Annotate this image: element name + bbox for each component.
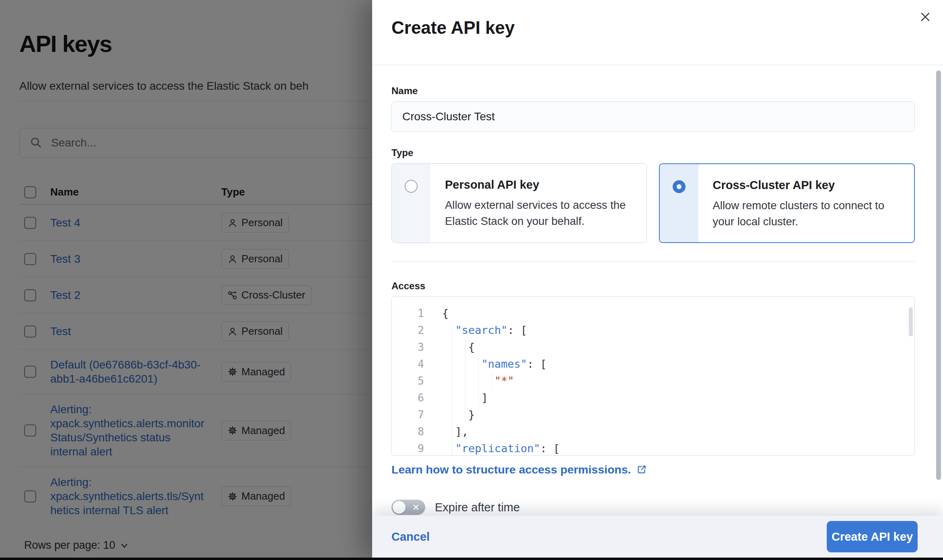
card-content: Cross-Cluster API key Allow remote clust… [698,164,914,242]
radio-button[interactable] [673,180,686,193]
cancel-button[interactable]: Cancel [391,530,430,544]
card-description: Allow remote clusters to connect to your… [713,198,903,230]
expire-toggle-thumb [393,501,406,514]
code-line: 6 ] [392,389,914,406]
code-line: 7 } [392,406,914,423]
line-number: 9 [392,440,424,456]
type-options: Personal API key Allow external services… [391,163,915,243]
flyout-body: Name Type Personal API key Allow externa… [372,65,943,560]
code-line: 5 "*" [392,373,914,389]
card-title: Personal API key [445,178,635,191]
close-button[interactable] [916,7,935,27]
expire-toggle[interactable] [391,500,425,515]
flyout-scrollbar-thumb[interactable] [936,70,941,480]
code-line: 3 { [392,339,914,356]
type-option-card[interactable]: Personal API key Allow external services… [391,163,647,243]
line-number: 3 [392,339,424,356]
line-number: 5 [392,373,424,389]
expire-toggle-row: Expire after time [391,500,915,515]
learn-permissions-label: Learn how to structure access permission… [391,463,631,476]
radio-button[interactable] [405,180,418,193]
external-link-icon [636,464,647,475]
section-divider [391,261,915,262]
type-label: Type [391,147,915,159]
access-code-editor[interactable]: 1{2 "search": [3 {4 "names": [5 "*"6 ]7 … [391,296,915,456]
flyout-title: Create API key [391,18,924,38]
card-content: Personal API key Allow external services… [430,164,647,243]
flyout-header: Create API key [372,0,943,65]
window-bottom-edge [0,558,943,560]
code-line: 4 "names": [ [392,356,914,373]
line-number: 1 [392,305,424,322]
code-line: 8 ], [392,423,914,440]
access-label: Access [391,280,915,292]
code-line: 1{ [392,305,914,322]
learn-permissions-link[interactable]: Learn how to structure access permission… [391,463,647,476]
api-key-name-input[interactable] [391,101,915,132]
type-option-card[interactable]: Cross-Cluster API key Allow remote clust… [659,163,915,243]
card-title: Cross-Cluster API key [713,179,903,192]
radio-strip [660,164,698,242]
radio-strip [392,164,430,243]
flyout-footer: Cancel Create API key [372,516,943,558]
line-number: 6 [392,389,424,406]
line-number: 8 [392,423,424,440]
line-number: 7 [392,406,424,423]
create-api-key-flyout: Create API key Name Type Personal API ke… [372,0,943,560]
code-line: 2 "search": [ [392,322,914,339]
code-line: 9 "replication": [ [392,440,914,456]
line-number: 4 [392,356,424,373]
create-api-key-button[interactable]: Create API key [827,521,918,552]
toggle-off-x-icon [412,504,420,511]
line-number: 2 [392,322,424,339]
expire-toggle-label: Expire after time [435,501,520,514]
name-label: Name [391,85,915,97]
editor-scrollbar-thumb[interactable] [909,307,913,336]
close-icon [919,11,931,23]
card-description: Allow external services to access the El… [445,197,635,229]
